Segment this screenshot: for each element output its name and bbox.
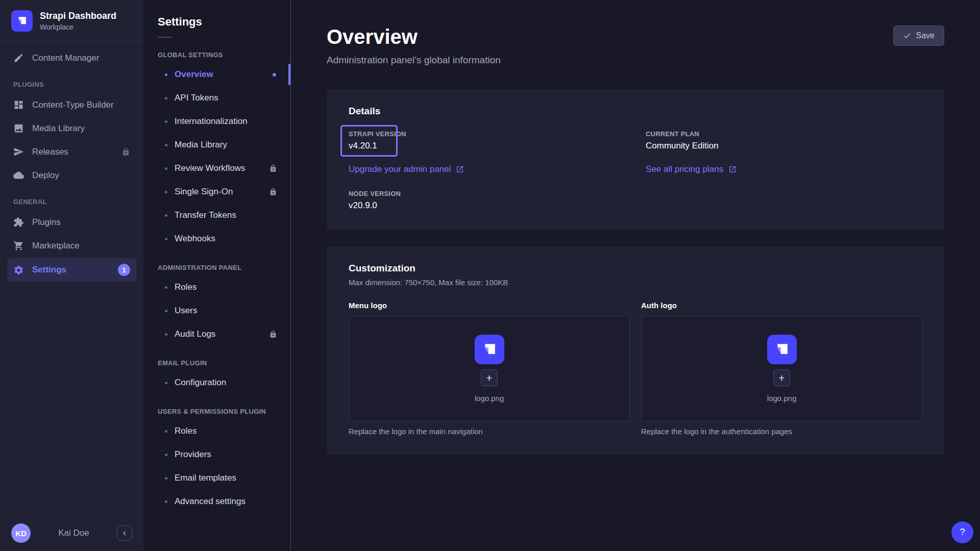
subnav-item-users[interactable]: Users — [158, 299, 290, 322]
subnav-item-roles[interactable]: Roles — [158, 276, 290, 299]
nav-item-releases[interactable]: Releases — [7, 141, 136, 163]
active-dot-icon — [273, 73, 276, 77]
subnav-item-label: API Tokens — [175, 93, 218, 103]
strapi-logo-icon — [475, 335, 504, 364]
nav-item-label: Media Library — [32, 123, 85, 134]
subnav-item-webhooks[interactable]: Webhooks — [158, 227, 290, 251]
node-version-field: NODE VERSION v20.9.0 — [349, 190, 401, 211]
menu-logo-label: Menu logo — [349, 301, 630, 310]
node-version-label: NODE VERSION — [349, 190, 401, 197]
lock-icon — [121, 147, 130, 156]
auth-logo-filename: logo.png — [767, 394, 797, 403]
subnav-item-label: Media Library — [175, 140, 227, 150]
subnav-item-audit-logs[interactable]: Audit Logs — [158, 322, 290, 346]
save-button-label: Save — [916, 31, 935, 40]
bullet-icon — [165, 500, 167, 503]
customization-card: Customization Max dimension: 750×750, Ma… — [327, 246, 944, 455]
nav-item-content-manager[interactable]: Content Manager — [7, 47, 136, 69]
subnav-item-label: Providers — [175, 449, 211, 460]
details-card: Details STRAPI VERSION v4.20.1 Upgrade y… — [327, 89, 944, 230]
lock-icon — [269, 330, 277, 338]
details-title: Details — [349, 106, 922, 117]
add-logo-button[interactable]: + — [773, 369, 790, 386]
subnav-item-label: Single Sign-On — [175, 187, 233, 197]
brand[interactable]: Strapi Dashboard Workplace — [0, 0, 143, 41]
subnav-rule — [158, 37, 173, 38]
subnav-item-transfer-tokens[interactable]: Transfer Tokens — [158, 204, 290, 227]
nav-item-label: Content Manager — [32, 53, 99, 63]
nav-item-deploy[interactable]: Deploy — [7, 164, 136, 186]
save-button[interactable]: Save — [893, 26, 944, 46]
subnav-section-email-plugin: EMAIL PLUGIN — [158, 359, 290, 367]
image-icon — [13, 123, 24, 134]
avatar[interactable]: KD — [11, 523, 31, 543]
subnav-item-label: Webhooks — [175, 234, 215, 244]
subnav-item-label: Internationalization — [175, 116, 248, 127]
auth-logo-upload-box[interactable]: + logo.png — [641, 316, 922, 421]
collapse-sidebar-button[interactable] — [117, 525, 132, 541]
bullet-icon — [165, 430, 167, 433]
nav-item-label: Deploy — [32, 170, 59, 181]
nav-item-plugins[interactable]: Plugins — [7, 211, 136, 233]
upgrade-link-label: Upgrade your admin panel — [349, 164, 451, 174]
subnav-item-configuration[interactable]: Configuration — [158, 371, 290, 394]
main-nav: Strapi Dashboard Workplace Content Manag… — [0, 0, 143, 551]
current-plan-label: CURRENT PLAN — [646, 130, 719, 138]
nav-item-marketplace[interactable]: Marketplace — [7, 235, 136, 257]
bullet-icon — [165, 167, 167, 170]
subnav-item-label: Review Workflows — [175, 163, 246, 173]
auth-logo-hint: Replace the logo in the authentication p… — [641, 427, 922, 436]
node-version-value: v20.9.0 — [349, 201, 401, 211]
settings-subnav: Settings GLOBAL SETTINGS Overview API To… — [143, 0, 291, 551]
bullet-icon — [165, 333, 167, 336]
current-plan-field: CURRENT PLAN Community Edition — [646, 130, 719, 151]
nav-spacer — [0, 287, 143, 515]
subnav-item-single-sign-on[interactable]: Single Sign-On — [158, 180, 290, 204]
bullet-icon — [165, 97, 167, 99]
page-subtitle: Administration panel’s global informatio… — [327, 55, 501, 66]
nav-item-media-library[interactable]: Media Library — [7, 117, 136, 139]
settings-notification-badge: 1 — [118, 264, 130, 276]
help-button[interactable]: ? — [951, 521, 973, 543]
subnav-item-api-tokens[interactable]: API Tokens — [158, 86, 290, 110]
main-content: Overview Administration panel’s global i… — [291, 0, 980, 551]
subnav-item-media-library[interactable]: Media Library — [158, 133, 290, 157]
strapi-version-label: STRAPI VERSION — [349, 130, 406, 138]
subnav-title: Settings — [158, 15, 290, 29]
subnav-item-label: Email templates — [175, 473, 236, 483]
check-icon — [903, 32, 911, 40]
subnav-item-label: Users — [175, 306, 197, 316]
bullet-icon — [165, 214, 167, 217]
subnav-item-label: Configuration — [175, 378, 226, 388]
current-plan-value: Community Edition — [646, 141, 719, 151]
subnav-item-email-templates[interactable]: Email templates — [158, 466, 290, 490]
add-logo-button[interactable]: + — [481, 369, 498, 386]
upgrade-admin-panel-link[interactable]: Upgrade your admin panel — [349, 164, 464, 174]
subnav-item-overview[interactable]: Overview — [158, 63, 290, 86]
bullet-icon — [165, 310, 167, 312]
subnav-item-providers[interactable]: Providers — [158, 443, 290, 466]
details-right-column: CURRENT PLAN Community Edition See all p… — [646, 130, 922, 211]
nav-item-settings[interactable]: Settings 1 — [7, 258, 136, 282]
subnav-item-label: Advanced settings — [175, 496, 246, 507]
nav-item-content-type-builder[interactable]: Content-Type Builder — [7, 94, 136, 116]
pen-icon — [13, 53, 24, 63]
subnav-item-up-roles[interactable]: Roles — [158, 419, 290, 443]
details-left-column: STRAPI VERSION v4.20.1 Upgrade your admi… — [349, 130, 625, 211]
menu-logo-upload-box[interactable]: + logo.png — [349, 316, 630, 421]
subnav-item-review-workflows[interactable]: Review Workflows — [158, 157, 290, 180]
subnav-item-label: Audit Logs — [175, 329, 215, 339]
subnav-section-users-permissions-plugin: USERS & PERMISSIONS PLUGIN — [158, 408, 290, 415]
customization-subtitle: Max dimension: 750×750, Max file size: 1… — [349, 278, 922, 287]
nav-item-label: Releases — [32, 147, 68, 157]
nav-item-label: Content-Type Builder — [32, 100, 114, 110]
menu-logo-field: Menu logo + logo.png Replace the logo in… — [349, 301, 630, 436]
page-header: Overview Administration panel’s global i… — [327, 0, 944, 66]
menu-logo-hint: Replace the logo in the main navigation — [349, 427, 630, 436]
subnav-item-advanced-settings[interactable]: Advanced settings — [158, 490, 290, 513]
nav-section-plugins: PLUGINS — [6, 70, 137, 92]
subnav-item-internationalization[interactable]: Internationalization — [158, 110, 290, 133]
pricing-plans-link[interactable]: See all pricing plans — [646, 164, 737, 174]
gear-icon — [13, 265, 24, 276]
layout-icon — [13, 99, 24, 110]
